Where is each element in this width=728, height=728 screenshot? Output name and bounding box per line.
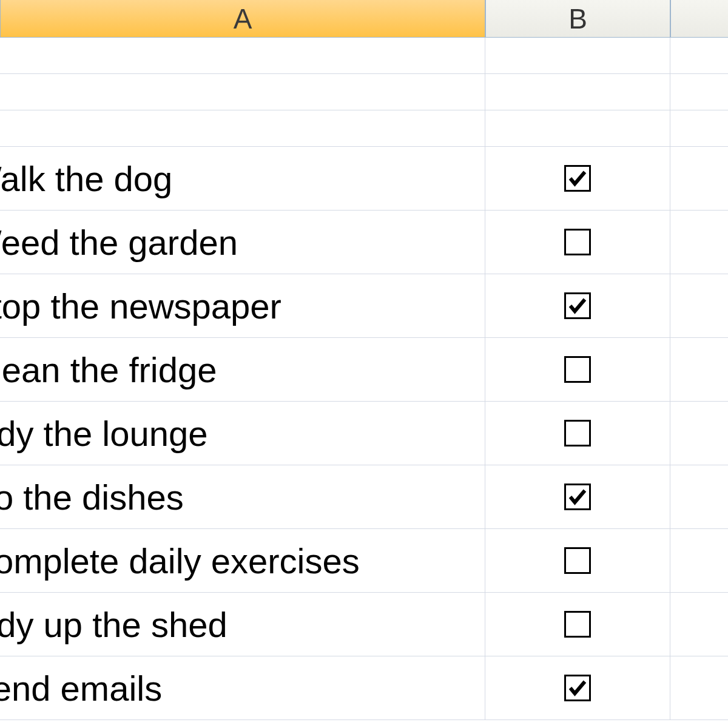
checkbox[interactable] <box>564 356 591 383</box>
checkbox-cell[interactable] <box>485 338 670 402</box>
cell-c[interactable] <box>670 211 728 274</box>
cell-a1[interactable] <box>0 38 485 74</box>
table-row: Send emails <box>0 656 728 720</box>
task-cell[interactable]: Stop the newspaper <box>0 274 485 338</box>
task-cell[interactable]: Weed the garden <box>0 211 485 274</box>
cell-c[interactable] <box>670 529 728 593</box>
table-row: Do the dishes <box>0 465 728 529</box>
task-cell[interactable]: Walk the dog <box>0 147 485 211</box>
column-header-c[interactable] <box>670 0 728 38</box>
empty-row-1 <box>0 38 728 74</box>
cell-c[interactable] <box>670 656 728 720</box>
checkbox[interactable] <box>564 484 591 510</box>
checkbox-cell[interactable] <box>485 465 670 529</box>
checkbox[interactable] <box>564 165 591 192</box>
checkbox[interactable] <box>564 547 591 574</box>
checkbox-cell[interactable] <box>485 402 670 465</box>
table-row: Tidy the lounge <box>0 402 728 465</box>
cell-c[interactable] <box>670 402 728 465</box>
table-row: Tidy up the shed <box>0 593 728 656</box>
checkbox-cell[interactable] <box>485 593 670 656</box>
cell-c[interactable] <box>670 338 728 402</box>
task-cell[interactable]: Send emails <box>0 656 485 720</box>
cell-c[interactable] <box>670 147 728 211</box>
table-row: Weed the garden <box>0 211 728 274</box>
check-icon <box>567 295 588 317</box>
task-cell[interactable]: Tidy up the shed <box>0 593 485 656</box>
empty-row-3 <box>0 110 728 147</box>
checkbox-cell[interactable] <box>485 656 670 720</box>
spreadsheet: A B Walk the dog Weed the garden <box>0 0 728 728</box>
cell-a3[interactable] <box>0 110 485 147</box>
check-icon <box>567 167 588 189</box>
table-row: Stop the newspaper <box>0 274 728 338</box>
table-row: Clean the fridge <box>0 338 728 402</box>
check-icon <box>567 486 588 508</box>
empty-row-2 <box>0 74 728 110</box>
cell-b2[interactable] <box>485 74 670 110</box>
checkbox-cell[interactable] <box>485 529 670 593</box>
task-cell[interactable]: Complete daily exercises <box>0 529 485 593</box>
table-row: Walk the dog <box>0 147 728 211</box>
task-cell[interactable]: Do the dishes <box>0 465 485 529</box>
check-icon <box>567 677 588 699</box>
column-headers-row: A B <box>0 0 728 38</box>
column-header-b[interactable]: B <box>485 0 670 38</box>
cell-c1[interactable] <box>670 38 728 74</box>
task-cell[interactable]: Clean the fridge <box>0 338 485 402</box>
cell-c[interactable] <box>670 274 728 338</box>
cell-c[interactable] <box>670 593 728 656</box>
cell-b1[interactable] <box>485 38 670 74</box>
checkbox-cell[interactable] <box>485 211 670 274</box>
checkbox-cell[interactable] <box>485 274 670 338</box>
cell-b3[interactable] <box>485 110 670 147</box>
checkbox[interactable] <box>564 229 591 255</box>
cell-c3[interactable] <box>670 110 728 147</box>
cell-a2[interactable] <box>0 74 485 110</box>
table-row: Complete daily exercises <box>0 529 728 593</box>
cell-c[interactable] <box>670 465 728 529</box>
checkbox[interactable] <box>564 675 591 701</box>
task-cell[interactable]: Tidy the lounge <box>0 402 485 465</box>
column-header-a[interactable]: A <box>0 0 485 38</box>
cell-c2[interactable] <box>670 74 728 110</box>
checkbox-cell[interactable] <box>485 147 670 211</box>
checkbox[interactable] <box>564 292 591 319</box>
checkbox[interactable] <box>564 420 591 447</box>
checkbox[interactable] <box>564 611 591 638</box>
